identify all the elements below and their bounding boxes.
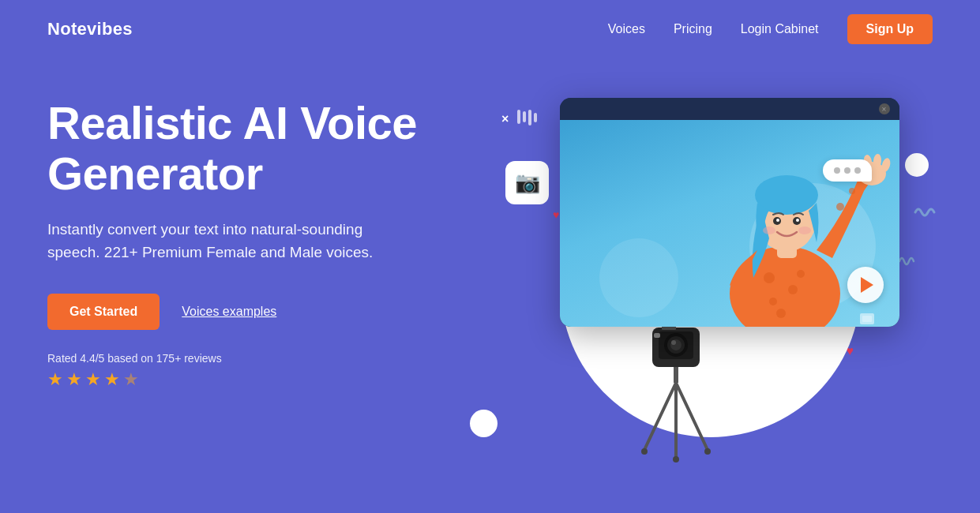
tripod-svg [629, 324, 723, 466]
rating-section: Rated 4.4/5 based on 175+ reviews ★ ★ ★ … [47, 352, 458, 390]
svg-point-15 [763, 227, 775, 234]
svg-point-1 [599, 238, 678, 317]
main-content: Realistic AI Voice Generator Instantly c… [0, 58, 980, 485]
nav-voices[interactable]: Voices [608, 22, 645, 36]
star-2: ★ [66, 369, 82, 390]
deco-lines [517, 110, 537, 125]
voices-examples-link[interactable]: Voices examples [182, 305, 276, 319]
svg-line-36 [676, 383, 708, 450]
screen-monitor: × [560, 98, 899, 327]
star-rating: ★ ★ ★ ★ ★ [47, 369, 458, 390]
camera-tripod-illustration [629, 324, 723, 469]
close-button-dot[interactable]: × [879, 103, 890, 114]
svg-point-6 [797, 270, 805, 278]
chat-bubble-float [823, 159, 872, 182]
nav-login-cabinet[interactable]: Login Cabinet [741, 22, 819, 36]
svg-point-13 [776, 219, 779, 222]
nav-links: Voices Pricing Login Cabinet Sign Up [608, 14, 933, 44]
deco-circle-1 [905, 153, 929, 177]
svg-rect-25 [862, 316, 872, 322]
sound-waves-icon [909, 197, 941, 233]
get-started-button[interactable]: Get Started [47, 294, 160, 330]
play-button-float[interactable] [847, 267, 884, 303]
hero-illustration: × 📷 ♥ ♥ ♥ × [458, 74, 933, 485]
svg-line-35 [644, 383, 676, 450]
screen-content [560, 120, 899, 327]
svg-point-14 [796, 219, 799, 222]
svg-rect-32 [654, 333, 660, 338]
svg-point-38 [641, 448, 648, 455]
hero-subtitle: Instantly convert your text into natural… [47, 218, 411, 264]
svg-point-3 [764, 272, 775, 283]
deco-cross: × [501, 112, 509, 126]
brand-logo[interactable]: Notevibes [47, 19, 133, 39]
star-3: ★ [85, 369, 101, 390]
heart-icon-2: ♥ [553, 208, 559, 221]
svg-point-4 [788, 285, 798, 294]
person-illustration [560, 120, 899, 327]
svg-point-31 [671, 340, 676, 345]
camera-float-icon: 📷 [505, 161, 549, 204]
svg-point-17 [836, 203, 844, 211]
rating-text: Rated 4.4/5 based on 175+ reviews [47, 352, 458, 365]
star-1: ★ [47, 369, 63, 390]
svg-point-40 [673, 456, 679, 462]
nav-pricing[interactable]: Pricing [674, 22, 712, 36]
navbar: Notevibes Voices Pricing Login Cabinet S… [0, 0, 980, 58]
star-5: ★ [123, 369, 139, 390]
svg-point-7 [776, 309, 786, 318]
svg-point-39 [704, 448, 711, 455]
hero-section: Realistic AI Voice Generator Instantly c… [47, 82, 458, 390]
star-4: ★ [104, 369, 120, 390]
svg-point-5 [769, 298, 777, 305]
svg-point-18 [849, 188, 855, 194]
hero-title: Realistic AI Voice Generator [47, 98, 458, 199]
deco-circle-3 [470, 410, 498, 437]
screen-header-bar: × [560, 98, 899, 120]
cta-buttons: Get Started Voices examples [47, 294, 458, 330]
svg-point-16 [798, 227, 811, 234]
svg-rect-34 [674, 367, 678, 383]
signup-button[interactable]: Sign Up [847, 14, 933, 44]
